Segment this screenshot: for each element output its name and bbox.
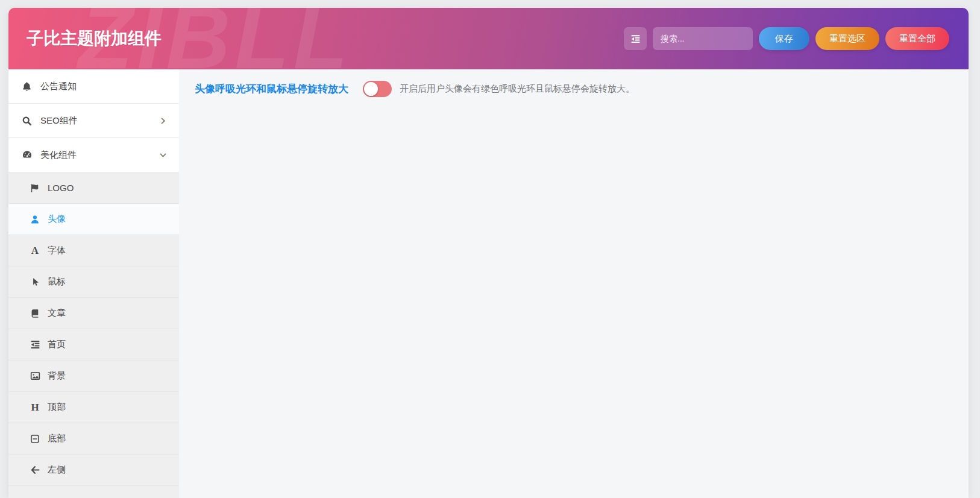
sidebar-subitem-home[interactable]: 首页 <box>8 329 179 361</box>
mouse-pointer-icon <box>29 277 41 286</box>
search-icon <box>20 116 33 126</box>
sidebar-item-label: 文章 <box>48 307 66 319</box>
reset-all-button[interactable]: 重置全部 <box>885 27 949 50</box>
image-icon <box>29 371 41 381</box>
minus-square-icon <box>29 434 41 444</box>
sidebar-item-label: 字体 <box>48 245 66 256</box>
setting-description: 开启后用户头像会有绿色呼吸光环且鼠标悬停会旋转放大。 <box>400 83 635 95</box>
sidebar: 公告通知 SEO组件 美化组件 <box>8 69 179 498</box>
sidebar-item-label: 首页 <box>48 339 66 350</box>
sidebar-item-label: 底部 <box>48 433 66 444</box>
sidebar-item-announcements[interactable]: 公告通知 <box>8 69 179 104</box>
page-title: 子比主题附加组件 <box>27 27 162 50</box>
sidebar-subitem-bottom[interactable]: 底部 <box>8 423 179 455</box>
app-card: ZIBLL 子比主题附加组件 保存 重置选区 重置全部 公告通知 <box>8 8 969 498</box>
book-icon <box>29 309 41 318</box>
setting-label: 头像呼吸光环和鼠标悬停旋转放大 <box>195 82 348 96</box>
sidebar-item-label: 头像 <box>48 213 66 225</box>
indent-icon <box>29 339 41 350</box>
avatar-halo-toggle[interactable] <box>363 81 392 97</box>
sidebar-item-label: 美化组件 <box>40 150 77 161</box>
main-content: 头像呼吸光环和鼠标悬停旋转放大 开启后用户头像会有绿色呼吸光环且鼠标悬停会旋转放… <box>179 69 969 498</box>
app-body: 公告通知 SEO组件 美化组件 <box>8 69 969 498</box>
bell-icon <box>20 81 33 92</box>
outdent-icon <box>630 34 641 44</box>
sidebar-item-beautify[interactable]: 美化组件 <box>8 138 179 172</box>
outdent-menu-button[interactable] <box>624 27 647 50</box>
flag-icon <box>29 183 41 193</box>
sidebar-item-label: 顶部 <box>48 402 66 413</box>
heading-icon: H <box>29 402 41 412</box>
tachometer-icon <box>20 150 33 160</box>
sidebar-item-seo[interactable]: SEO组件 <box>8 104 179 138</box>
sidebar-item-label: 公告通知 <box>40 81 77 92</box>
sidebar-subitem-article[interactable]: 文章 <box>8 298 179 329</box>
font-icon: A <box>29 245 41 256</box>
sidebar-subitem-left[interactable]: 左侧 <box>8 455 179 486</box>
header-toolbar: 保存 重置选区 重置全部 <box>624 27 949 50</box>
sidebar-item-label: LOGO <box>48 183 74 193</box>
sidebar-item-label: 鼠标 <box>48 276 66 288</box>
sidebar-subitem-font[interactable]: A 字体 <box>8 235 179 266</box>
sidebar-subitem-logo[interactable]: LOGO <box>8 172 179 204</box>
sidebar-subitem-avatar[interactable]: 头像 <box>8 204 179 235</box>
sidebar-subitem-top[interactable]: H 顶部 <box>8 392 179 423</box>
toggle-knob <box>364 82 378 96</box>
setting-row-avatar-halo: 头像呼吸光环和鼠标悬停旋转放大 开启后用户头像会有绿色呼吸光环且鼠标悬停会旋转放… <box>195 81 950 97</box>
user-icon <box>29 215 41 224</box>
save-button[interactable]: 保存 <box>759 27 809 50</box>
search-input[interactable] <box>653 27 753 50</box>
reset-section-button[interactable]: 重置选区 <box>815 27 879 50</box>
sidebar-subitem-mouse[interactable]: 鼠标 <box>8 266 179 298</box>
arrow-left-icon <box>29 465 41 475</box>
chevron-down-icon <box>159 151 167 159</box>
sidebar-subitem-background[interactable]: 背景 <box>8 361 179 392</box>
sidebar-item-label: 左侧 <box>48 464 66 476</box>
chevron-right-icon <box>159 117 167 125</box>
app-header: ZIBLL 子比主题附加组件 保存 重置选区 重置全部 <box>8 8 969 69</box>
sidebar-item-label: 背景 <box>48 370 66 382</box>
sidebar-item-label: SEO组件 <box>40 115 78 127</box>
